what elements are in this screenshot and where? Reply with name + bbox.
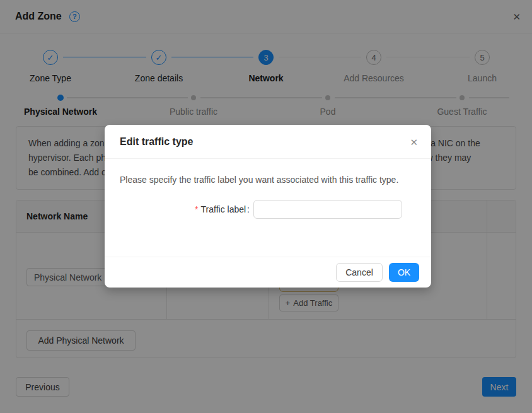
modal-header: Edit traffic type ✕ — [105, 125, 431, 159]
label-colon: : — [247, 204, 250, 214]
traffic-label-form-row: *Traffic label: — [120, 200, 416, 219]
modal-title: Edit traffic type — [120, 136, 193, 148]
traffic-label-text: Traffic label — [201, 204, 246, 214]
add-zone-wizard: Add Zone ? ✕ ✓ ✓ 3 4 5 Zone Type Zone de… — [0, 0, 532, 413]
modal-close-icon[interactable]: ✕ — [410, 137, 418, 148]
modal-description: Please specify the traffic label you wan… — [120, 173, 416, 187]
traffic-label-label: *Traffic label: — [120, 204, 253, 214]
required-mark: * — [195, 204, 198, 214]
modal-body: Please specify the traffic label you wan… — [105, 159, 431, 219]
traffic-label-input[interactable] — [253, 200, 402, 219]
ok-button[interactable]: OK — [389, 263, 419, 282]
cancel-button[interactable]: Cancel — [336, 263, 383, 282]
edit-traffic-type-modal: Edit traffic type ✕ Please specify the t… — [105, 125, 431, 288]
modal-footer: Cancel OK — [105, 257, 431, 288]
